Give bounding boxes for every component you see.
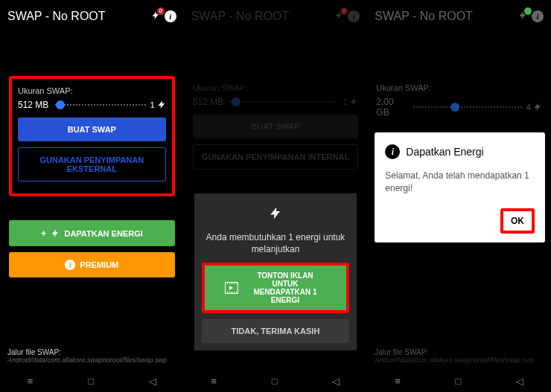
no-thanks-button[interactable]: TIDAK, TERIMA KASIH bbox=[202, 319, 350, 343]
energy-cost: 1 bbox=[150, 100, 166, 110]
create-swap-button[interactable]: BUAT SWAP bbox=[18, 118, 166, 141]
energy-badge bbox=[524, 7, 532, 15]
swap-config-highlighted: Ukuran SWAP: 512 MB 1 BUAT SWAP GUNAKAN … bbox=[9, 76, 175, 196]
android-navbar: ≡ □ ◁ bbox=[184, 370, 368, 392]
nav-back-icon[interactable]: ◁ bbox=[332, 376, 340, 387]
get-energy-button[interactable]: + DAPATKAN ENERGI bbox=[9, 220, 175, 246]
dialog-message: Selamat, Anda telah mendapatkan 1 energi… bbox=[385, 170, 535, 195]
android-navbar: ≡ □ ◁ bbox=[367, 370, 551, 392]
energy-required-modal: Anda membutuhkan 1 energi untuk melanjut… bbox=[194, 193, 357, 350]
screen-2: SWAP - No ROOT 0 i Ukuran SWAP: 512 MB bbox=[184, 0, 368, 392]
nav-home-icon[interactable]: □ bbox=[456, 376, 462, 387]
app-header: SWAP - No ROOT i bbox=[367, 0, 551, 30]
info-icon: i bbox=[65, 260, 75, 270]
screen-3: SWAP - No ROOT i Ukuran SWAP: 2.00 GB bbox=[367, 0, 551, 392]
swap-size-label: Ukuran SWAP: bbox=[376, 83, 542, 92]
info-icon[interactable]: i bbox=[165, 10, 176, 22]
nav-recent-icon[interactable]: ≡ bbox=[211, 376, 217, 387]
info-icon: i bbox=[385, 144, 400, 159]
app-title: SWAP - No ROOT bbox=[7, 10, 106, 23]
use-external-storage-button[interactable]: GUNAKAN PENYIMPANAN EKSTERNAL bbox=[18, 147, 166, 181]
app-title: SWAP - No ROOT bbox=[375, 10, 473, 23]
swap-size-value: 512 MB bbox=[18, 100, 51, 110]
swap-size-slider bbox=[413, 106, 522, 109]
nav-home-icon[interactable]: □ bbox=[88, 376, 94, 387]
film-icon bbox=[225, 282, 238, 294]
success-dialog: i Dapatkan Energi Selamat, Anda telah me… bbox=[375, 132, 545, 242]
nav-back-icon[interactable]: ◁ bbox=[516, 376, 523, 387]
swap-size-slider[interactable] bbox=[55, 103, 146, 106]
energy-bolt-icon bbox=[518, 10, 527, 23]
bolt-icon bbox=[51, 228, 60, 239]
energy-badge: 0 bbox=[157, 7, 165, 15]
swap-path-footer: Jalur file SWAP: Android/data/com.allako… bbox=[7, 348, 176, 364]
dialog-title: Dapatkan Energi bbox=[406, 146, 483, 158]
premium-button[interactable]: i PREMIUM bbox=[9, 252, 175, 277]
nav-home-icon[interactable]: □ bbox=[272, 376, 278, 387]
bolt-icon bbox=[202, 205, 350, 226]
plus-icon: + bbox=[41, 228, 47, 239]
app-header: SWAP - No ROOT 0 i bbox=[0, 0, 184, 30]
nav-recent-icon[interactable]: ≡ bbox=[395, 376, 401, 387]
watch-ad-button[interactable]: TONTON IKLAN UNTUK MENDAPATKAN 1 ENERGI bbox=[202, 263, 350, 313]
nav-back-icon[interactable]: ◁ bbox=[149, 376, 156, 387]
energy-bolt-icon[interactable]: 0 bbox=[151, 10, 160, 23]
energy-cost: 4 bbox=[526, 102, 542, 112]
modal-message: Anda membutuhkan 1 energi untuk melanjut… bbox=[202, 232, 350, 255]
ok-button[interactable]: OK bbox=[500, 208, 535, 234]
info-icon: i bbox=[532, 10, 544, 22]
swap-size-label: Ukuran SWAP: bbox=[18, 86, 166, 95]
swap-size-value: 2.00 GB bbox=[376, 97, 409, 118]
screen-1: SWAP - No ROOT 0 i Ukuran SWAP: 512 MB bbox=[0, 0, 184, 392]
nav-recent-icon[interactable]: ≡ bbox=[28, 376, 34, 387]
android-navbar: ≡ □ ◁ bbox=[0, 370, 184, 392]
swap-path-footer: Jalur file SWAP: Android/data/com.allako… bbox=[375, 348, 544, 364]
